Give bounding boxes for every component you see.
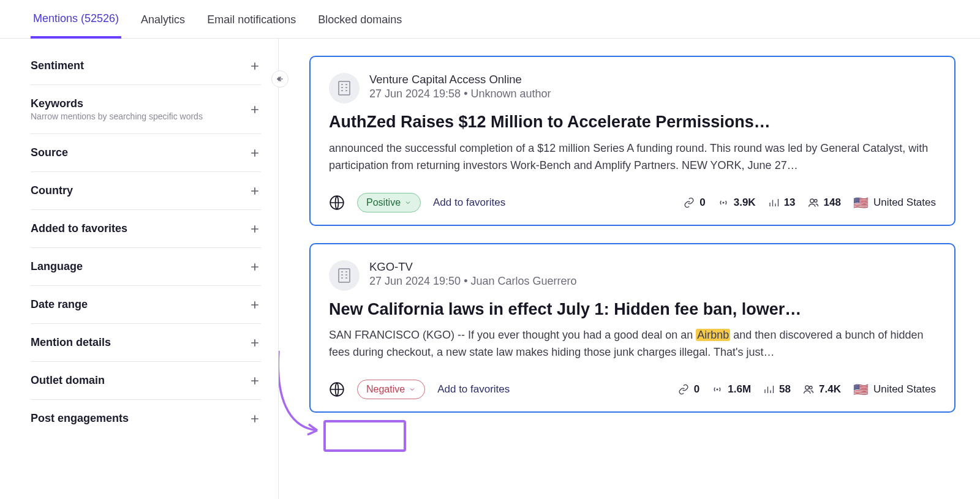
source-name: KGO-TV	[369, 260, 577, 274]
filter-label: Outlet domain	[31, 374, 105, 387]
filter-label: Keywords	[31, 97, 203, 110]
mention-title: New California laws in effect July 1: Hi…	[329, 299, 936, 320]
filter-favorites[interactable]: Added to favorites	[31, 210, 261, 248]
stat-audience: 7.4K	[803, 383, 841, 396]
plus-icon	[249, 147, 261, 159]
link-icon	[684, 197, 695, 208]
mention-snippet: SAN FRANCISCO (KGO) -- If you ever thoug…	[329, 327, 936, 361]
plus-icon	[249, 299, 261, 311]
plus-icon	[249, 375, 261, 387]
filter-date-range[interactable]: Date range	[31, 286, 261, 324]
flag-icon: 🇺🇸	[853, 195, 869, 210]
svg-point-3	[810, 199, 813, 203]
plus-icon	[249, 103, 261, 116]
svg-point-7	[717, 389, 718, 391]
tab-mentions[interactable]: Mentions (52526)	[31, 12, 121, 39]
tabs-bar: Mentions (52526) Analytics Email notific…	[0, 0, 980, 39]
annotation-highlight-box	[323, 420, 406, 452]
flag-icon: 🇺🇸	[853, 382, 869, 397]
stat-rank: 58	[763, 383, 791, 396]
filter-label: Source	[31, 146, 68, 159]
sentiment-label: Positive	[366, 197, 401, 208]
source-avatar	[329, 73, 360, 103]
filter-subtitle: Narrow mentions by searching specific wo…	[31, 111, 203, 121]
filters-sidebar: Sentiment Keywords Narrow mentions by se…	[0, 39, 279, 499]
plus-icon	[249, 185, 261, 197]
broadcast-icon	[718, 197, 729, 208]
tab-blocked-domains[interactable]: Blocked domains	[315, 13, 404, 37]
filter-label: Post engagements	[31, 412, 129, 425]
stat-reach: 1.6M	[712, 383, 751, 396]
mention-meta: 27 Jun 2024 19:58 • Unknown author	[369, 88, 551, 100]
bar-chart-icon	[768, 197, 779, 208]
svg-rect-0	[339, 81, 350, 95]
stat-links: 0	[684, 197, 705, 209]
filter-label: Added to favorites	[31, 222, 127, 235]
filter-label: Mention details	[31, 336, 111, 349]
filter-label: Country	[31, 184, 73, 197]
stat-links: 0	[678, 383, 699, 396]
location: 🇺🇸 United States	[853, 382, 936, 397]
location: 🇺🇸 United States	[853, 195, 936, 210]
source-name: Venture Capital Access Online	[369, 73, 551, 86]
bar-chart-icon	[763, 384, 774, 395]
add-to-favorites-link[interactable]: Add to favorites	[437, 383, 510, 396]
plus-icon	[249, 60, 261, 72]
mention-card[interactable]: KGO-TV 27 Jun 2024 19:50 • Juan Carlos G…	[309, 243, 956, 413]
users-icon	[808, 197, 819, 208]
mention-meta: 27 Jun 2024 19:50 • Juan Carlos Guerrero	[369, 275, 577, 288]
source-avatar	[329, 260, 360, 291]
mention-snippet: announced the successful completion of a…	[329, 140, 936, 174]
mention-title: AuthZed Raises $12 Million to Accelerate…	[329, 112, 936, 133]
svg-point-9	[810, 386, 813, 389]
sentiment-pill-positive[interactable]: Positive	[357, 193, 421, 212]
tab-email-notifications[interactable]: Email notifications	[205, 13, 298, 37]
stat-audience: 148	[808, 197, 841, 209]
plus-icon	[249, 413, 261, 425]
building-icon	[337, 80, 352, 97]
filter-country[interactable]: Country	[31, 172, 261, 210]
stat-rank: 13	[768, 197, 796, 209]
filter-mention-details[interactable]: Mention details	[31, 324, 261, 362]
filter-keywords[interactable]: Keywords Narrow mentions by searching sp…	[31, 85, 261, 134]
add-to-favorites-link[interactable]: Add to favorites	[433, 197, 505, 209]
sentiment-label: Negative	[366, 384, 405, 395]
filter-label: Sentiment	[31, 59, 84, 72]
keyword-highlight: Airbnb	[696, 329, 730, 341]
svg-rect-5	[339, 269, 350, 282]
chevron-down-icon	[409, 386, 416, 393]
tab-analytics[interactable]: Analytics	[138, 13, 187, 37]
filter-outlet-domain[interactable]: Outlet domain	[31, 362, 261, 400]
plus-icon	[249, 261, 261, 273]
mentions-list: Venture Capital Access Online 27 Jun 202…	[279, 39, 980, 499]
link-icon	[678, 384, 689, 395]
building-icon	[337, 267, 352, 284]
filter-label: Date range	[31, 298, 88, 311]
filter-post-engagements[interactable]: Post engagements	[31, 400, 261, 437]
mention-card[interactable]: Venture Capital Access Online 27 Jun 202…	[309, 56, 956, 226]
plus-icon	[249, 223, 261, 235]
filter-source[interactable]: Source	[31, 134, 261, 172]
svg-point-4	[814, 199, 817, 202]
users-icon	[803, 384, 814, 395]
broadcast-icon	[712, 384, 723, 395]
svg-point-8	[805, 386, 809, 389]
plus-icon	[249, 337, 261, 349]
www-icon	[329, 195, 345, 211]
filter-label: Language	[31, 260, 83, 273]
svg-point-2	[722, 201, 724, 203]
filter-sentiment[interactable]: Sentiment	[31, 51, 261, 85]
sentiment-pill-negative[interactable]: Negative	[357, 380, 425, 399]
filter-language[interactable]: Language	[31, 248, 261, 286]
www-icon	[329, 381, 345, 397]
chevron-down-icon	[404, 199, 412, 206]
stat-reach: 3.9K	[718, 197, 756, 209]
